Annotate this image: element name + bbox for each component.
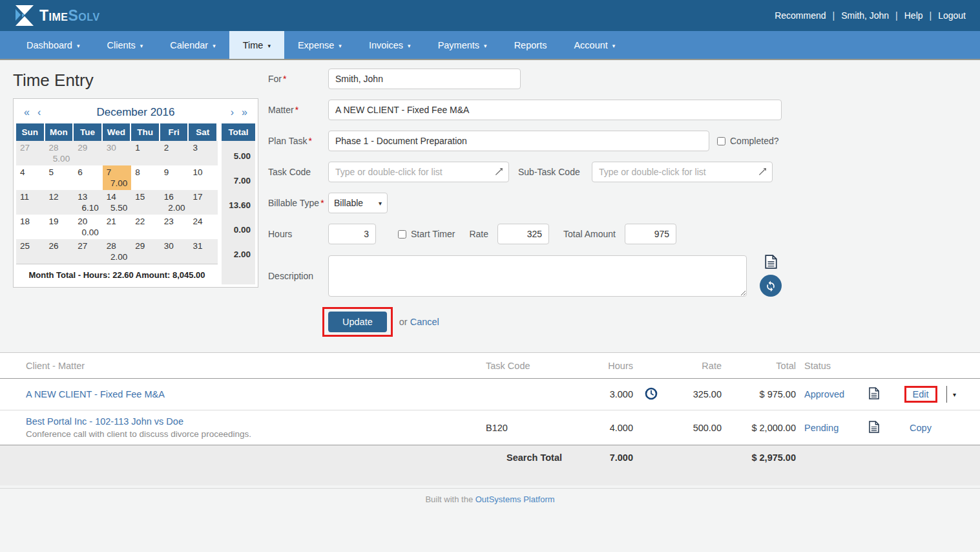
- calendar-day-cell[interactable]: 21: [103, 215, 132, 239]
- day-number: 29: [135, 241, 145, 251]
- calendar-day-cell[interactable]: 77.00: [103, 165, 132, 190]
- hourglass-logo-icon: [14, 5, 35, 27]
- total-amount-input[interactable]: [625, 224, 676, 244]
- nav-item-label: Payments: [438, 40, 479, 50]
- nav-item-time[interactable]: Time▾: [229, 31, 284, 59]
- calendar-day-cell[interactable]: 29: [131, 239, 160, 264]
- calendar-day-cell[interactable]: 10: [189, 165, 218, 190]
- plan-task-row: Plan Task* Completed?: [268, 131, 967, 151]
- calendar-day-cell[interactable]: 27: [74, 239, 103, 264]
- calendar-day-cell[interactable]: 29: [74, 141, 103, 165]
- calendar-day-cell[interactable]: 1: [131, 141, 160, 165]
- memo-icon[interactable]: [869, 425, 879, 435]
- day-number: 28: [107, 241, 116, 251]
- calendar-day-cell[interactable]: 4: [16, 165, 45, 190]
- client-matter-link[interactable]: Best Portal Inc - 102-113 John vs Doe: [26, 416, 183, 427]
- day-number: 7: [107, 167, 112, 177]
- calendar-day-cell[interactable]: 30: [103, 141, 132, 165]
- sub-task-code-input[interactable]: [592, 162, 773, 182]
- calendar-day-cell[interactable]: 23: [160, 215, 189, 239]
- nav-item-invoices[interactable]: Invoices▾: [355, 31, 424, 59]
- nav-item-calendar[interactable]: Calendar▾: [156, 31, 229, 59]
- prev-year-icon[interactable]: «: [20, 107, 34, 118]
- col-client-matter: Client - Matter: [26, 361, 481, 371]
- calendar-day-cell[interactable]: 8: [131, 165, 160, 190]
- outsystems-link[interactable]: OutSystems Platform: [475, 494, 555, 504]
- calendar-day-cell[interactable]: 26: [45, 239, 74, 264]
- day-number: 2: [164, 143, 169, 153]
- calendar-day-cell[interactable]: 200.00: [74, 215, 103, 239]
- calendar-day-cell[interactable]: 24: [189, 215, 218, 239]
- nav-item-dashboard[interactable]: Dashboard▾: [13, 31, 93, 59]
- calendar-day-cell[interactable]: 30: [160, 239, 189, 264]
- calendar-day-cell[interactable]: 31: [189, 239, 218, 264]
- completed-checkbox[interactable]: [717, 137, 725, 145]
- hours-input[interactable]: [328, 224, 376, 244]
- red-annotation-box: Edit: [904, 386, 937, 403]
- calendar-day-cell[interactable]: 25: [16, 239, 45, 264]
- day-number: 25: [20, 241, 30, 251]
- day-number: 3: [193, 143, 198, 153]
- calendar-day-cell[interactable]: 27: [16, 141, 45, 165]
- list-picker-icon[interactable]: [494, 167, 504, 179]
- matter-input[interactable]: [328, 100, 782, 120]
- for-input[interactable]: [328, 69, 521, 89]
- weekday-header: Fri: [160, 123, 189, 141]
- nav-item-payments[interactable]: Payments▾: [424, 31, 501, 59]
- next-year-icon[interactable]: »: [238, 107, 251, 118]
- calendar-week-row: 45677.0089107.00: [16, 165, 255, 190]
- chevron-down-icon: ▾: [408, 43, 411, 49]
- memo-icon[interactable]: [869, 391, 879, 401]
- calendar-day-cell[interactable]: 17: [189, 190, 218, 215]
- timesolv-logo[interactable]: TIMESOLV: [14, 5, 100, 27]
- calendar-day-cell[interactable]: 9: [160, 165, 189, 190]
- description-tools: [760, 255, 782, 297]
- text-snippet-icon[interactable]: [765, 255, 777, 269]
- task-code-input[interactable]: [328, 162, 509, 182]
- client-matter-link[interactable]: A NEW CLIENT - Fixed Fee M&A: [26, 389, 165, 399]
- calendar-day-cell[interactable]: 3: [189, 141, 218, 165]
- nav-item-label: Expense: [298, 40, 334, 50]
- next-month-icon[interactable]: ›: [227, 107, 238, 118]
- calendar-day-cell[interactable]: 19: [45, 215, 74, 239]
- calendar-day-cell[interactable]: 12: [45, 190, 74, 215]
- rate-input[interactable]: [497, 224, 549, 244]
- list-picker-icon[interactable]: [758, 167, 767, 179]
- calendar-day-cell[interactable]: 136.10: [74, 190, 103, 215]
- nav-item-reports[interactable]: Reports: [501, 31, 561, 59]
- header-link-recommend[interactable]: Recommend: [775, 10, 826, 21]
- nav-item-clients[interactable]: Clients▾: [93, 31, 156, 59]
- calendar-day-cell[interactable]: 22: [131, 215, 160, 239]
- update-button[interactable]: Update: [328, 312, 387, 332]
- calendar-day-cell[interactable]: 18: [16, 215, 45, 239]
- nav-item-account[interactable]: Account▾: [560, 31, 629, 59]
- client-matter-cell: A NEW CLIENT - Fixed Fee M&A: [26, 389, 481, 399]
- start-timer-checkbox[interactable]: [398, 230, 406, 239]
- header-link-help[interactable]: Help: [904, 10, 923, 21]
- calendar-day-cell[interactable]: 2: [160, 141, 189, 165]
- time-entry-form: For* Matter* Plan Task* Completed? Task …: [258, 65, 967, 337]
- calendar-day-cell[interactable]: 6: [74, 165, 103, 190]
- calendar-day-cell[interactable]: 15: [131, 190, 160, 215]
- plan-task-input[interactable]: [328, 131, 709, 151]
- description-textarea[interactable]: [328, 255, 747, 297]
- calendar-day-cell[interactable]: 285.00: [45, 141, 74, 165]
- chevron-down-icon[interactable]: ▾: [953, 391, 956, 398]
- header-link-smith-john[interactable]: Smith, John: [841, 10, 889, 21]
- billable-type-select[interactable]: Billable ▾: [328, 193, 388, 213]
- prev-month-icon[interactable]: ‹: [34, 107, 45, 118]
- cancel-link[interactable]: Cancel: [410, 317, 439, 327]
- hours-label: Hours: [268, 229, 328, 239]
- header-link-logout[interactable]: Logout: [938, 10, 966, 21]
- day-number: 27: [20, 143, 30, 153]
- calendar-day-cell[interactable]: 145.50: [103, 190, 132, 215]
- calendar-day-cell[interactable]: 282.00: [103, 239, 132, 264]
- refresh-icon[interactable]: [760, 275, 782, 297]
- day-number: 17: [193, 192, 202, 202]
- row-action-copy[interactable]: Copy: [910, 423, 932, 433]
- row-action-edit[interactable]: Edit: [913, 389, 929, 399]
- calendar-day-cell[interactable]: 5: [45, 165, 74, 190]
- calendar-day-cell[interactable]: 162.00: [160, 190, 189, 215]
- calendar-day-cell[interactable]: 11: [16, 190, 45, 215]
- nav-item-expense[interactable]: Expense▾: [284, 31, 355, 59]
